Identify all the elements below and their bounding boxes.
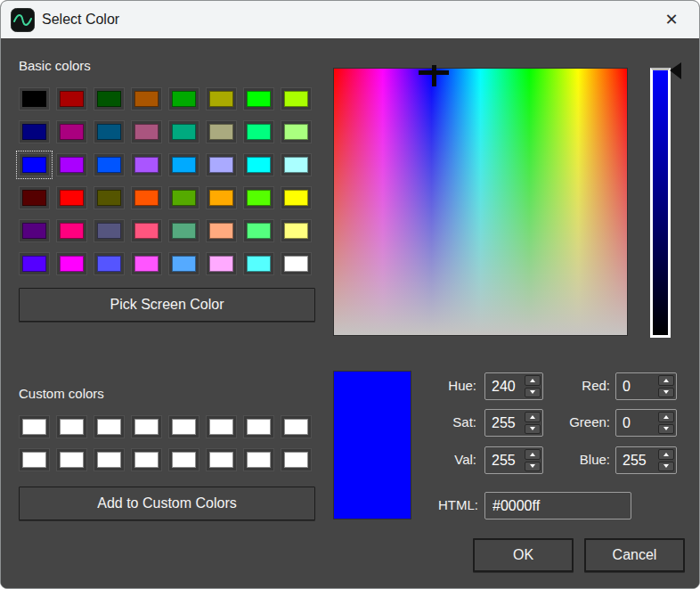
custom-color-swatch[interactable] <box>206 415 237 438</box>
basic-color-swatch[interactable] <box>243 252 274 275</box>
basic-color-swatch[interactable] <box>243 153 274 176</box>
basic-color-swatch[interactable] <box>281 186 312 209</box>
basic-color-swatch[interactable] <box>168 219 199 242</box>
basic-color-chip <box>247 256 271 272</box>
basic-color-swatch[interactable] <box>56 120 87 143</box>
basic-color-swatch[interactable] <box>168 153 199 176</box>
add-to-custom-colors-button[interactable]: Add to Custom Colors <box>19 487 315 520</box>
basic-color-swatch[interactable] <box>206 87 237 110</box>
blue-spinbox <box>615 446 677 474</box>
basic-color-swatch[interactable] <box>168 120 199 143</box>
basic-color-swatch[interactable] <box>56 186 87 209</box>
basic-color-swatch[interactable] <box>206 153 237 176</box>
custom-color-swatch[interactable] <box>281 415 312 438</box>
basic-color-swatch[interactable] <box>243 120 274 143</box>
green-value-input[interactable] <box>616 410 656 436</box>
basic-color-swatch[interactable] <box>19 153 50 176</box>
basic-color-swatch[interactable] <box>94 252 125 275</box>
basic-color-swatch[interactable] <box>281 219 312 242</box>
custom-color-swatch[interactable] <box>243 415 274 438</box>
basic-color-swatch[interactable] <box>168 252 199 275</box>
basic-color-swatch[interactable] <box>19 252 50 275</box>
custom-color-swatch[interactable] <box>243 448 274 471</box>
basic-color-swatch[interactable] <box>19 120 50 143</box>
basic-color-swatch[interactable] <box>206 120 237 143</box>
red-value-input[interactable] <box>616 373 656 399</box>
value-slider-indicator-icon[interactable] <box>670 62 681 79</box>
basic-color-swatch[interactable] <box>206 219 237 242</box>
close-icon[interactable]: ✕ <box>651 1 692 38</box>
hue-saturation-picker[interactable] <box>333 68 628 336</box>
titlebar: Select Color ✕ <box>1 1 699 38</box>
basic-color-swatch[interactable] <box>131 219 162 242</box>
custom-color-swatch[interactable] <box>131 415 162 438</box>
pick-screen-color-button[interactable]: Pick Screen Color <box>19 288 315 322</box>
custom-color-swatch[interactable] <box>131 448 162 471</box>
basic-color-swatch[interactable] <box>131 186 162 209</box>
basic-color-swatch[interactable] <box>19 219 50 242</box>
red-label: Red: <box>512 378 610 393</box>
basic-color-chip <box>284 124 308 140</box>
custom-color-swatch[interactable] <box>94 415 125 438</box>
basic-color-chip <box>134 190 159 206</box>
basic-color-chip <box>284 223 308 239</box>
red-spin-buttons <box>656 373 676 399</box>
basic-color-swatch[interactable] <box>243 186 274 209</box>
basic-color-swatch[interactable] <box>131 153 162 176</box>
basic-color-swatch[interactable] <box>131 252 162 275</box>
basic-color-chip <box>209 190 233 206</box>
basic-color-swatch[interactable] <box>94 120 125 143</box>
basic-color-swatch[interactable] <box>206 252 237 275</box>
basic-color-swatch[interactable] <box>206 186 237 209</box>
basic-color-swatch[interactable] <box>19 186 50 209</box>
basic-color-chip <box>172 157 196 173</box>
custom-color-chip <box>134 419 159 435</box>
basic-color-swatch[interactable] <box>243 87 274 110</box>
basic-color-swatch[interactable] <box>94 219 125 242</box>
basic-color-swatch[interactable] <box>131 120 162 143</box>
basic-color-swatch[interactable] <box>56 87 87 110</box>
custom-color-swatch[interactable] <box>168 448 199 471</box>
custom-color-swatch[interactable] <box>19 448 50 471</box>
custom-color-swatch[interactable] <box>94 448 125 471</box>
blue-value-input[interactable] <box>616 447 656 473</box>
custom-color-swatch[interactable] <box>206 448 237 471</box>
basic-color-swatch[interactable] <box>56 252 87 275</box>
basic-color-swatch[interactable] <box>243 219 274 242</box>
basic-color-chip <box>284 190 308 206</box>
basic-color-swatch[interactable] <box>168 87 199 110</box>
custom-color-swatch[interactable] <box>56 448 87 471</box>
custom-color-swatch[interactable] <box>56 415 87 438</box>
basic-color-chip <box>97 223 121 239</box>
cancel-button[interactable]: Cancel <box>584 538 685 572</box>
basic-color-swatch[interactable] <box>131 87 162 110</box>
basic-color-swatch[interactable] <box>19 87 50 110</box>
value-slider[interactable] <box>650 68 671 338</box>
basic-color-chip <box>284 91 308 107</box>
custom-color-swatch[interactable] <box>19 415 50 438</box>
basic-color-swatch[interactable] <box>94 153 125 176</box>
red-spin-down-button[interactable] <box>658 388 674 398</box>
basic-color-swatch[interactable] <box>281 153 312 176</box>
basic-color-swatch[interactable] <box>281 87 312 110</box>
green-spin-up-button[interactable] <box>658 412 674 422</box>
custom-color-swatch[interactable] <box>281 448 312 471</box>
custom-color-chip <box>247 452 271 468</box>
basic-color-swatch[interactable] <box>281 120 312 143</box>
html-hex-input[interactable] <box>484 492 631 519</box>
basic-color-swatch[interactable] <box>94 186 125 209</box>
html-label: HTML: <box>380 497 478 512</box>
basic-color-swatch[interactable] <box>168 186 199 209</box>
basic-color-swatch[interactable] <box>281 252 312 275</box>
ok-button[interactable]: OK <box>473 538 574 572</box>
basic-color-swatch[interactable] <box>94 87 125 110</box>
basic-color-swatch[interactable] <box>56 153 87 176</box>
green-spin-down-button[interactable] <box>658 424 674 435</box>
red-spin-up-button[interactable] <box>658 375 674 386</box>
window-title: Select Color <box>42 12 119 28</box>
blue-spin-down-button[interactable] <box>658 462 674 472</box>
blue-spin-up-button[interactable] <box>658 449 674 460</box>
basic-color-swatch[interactable] <box>56 219 87 242</box>
red-spinbox <box>615 372 677 400</box>
custom-color-swatch[interactable] <box>168 415 199 438</box>
